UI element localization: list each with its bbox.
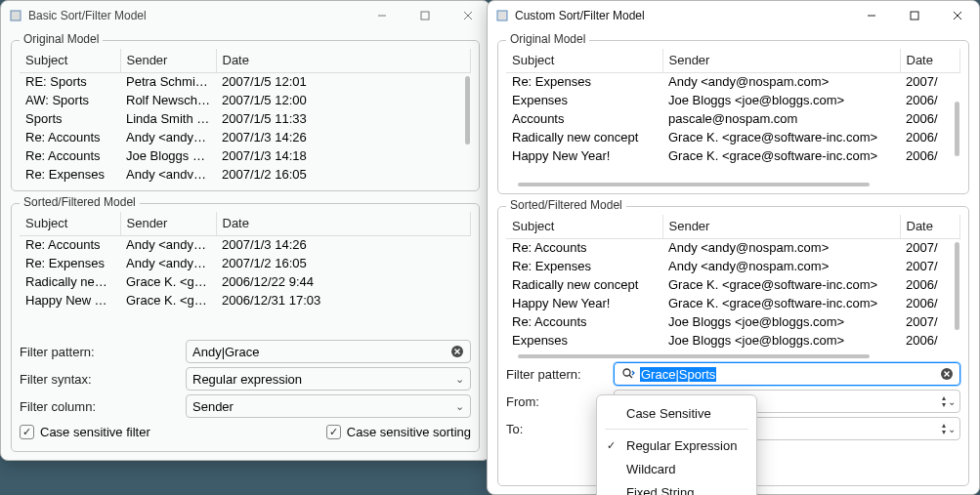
col-subject[interactable]: Subject [20,212,120,235]
sort-asc-icon: ⌃ [778,215,785,219]
filter-pattern-input[interactable]: Andy|Grace [186,340,471,363]
col-sender[interactable]: Sender [662,49,900,72]
table-row[interactable]: Re: AccountsJoe Bloggs <j…2007/1/3 14:18 [20,146,471,165]
app-icon [495,9,509,22]
svg-rect-10 [911,12,918,20]
col-date[interactable]: Date [900,215,960,238]
menu-item-fixed-string[interactable]: Fixed String [597,480,756,495]
original-table[interactable]: Subject Sender Date RE: SportsPetra Schm… [20,49,471,184]
table-row[interactable]: Re: ExpensesAndy <andy@nospam.com>2007/ [506,72,960,91]
table-row[interactable]: Radically new conceptGrace K. <grace@sof… [506,275,960,294]
menu-separator [605,429,748,430]
col-date[interactable]: Date [216,49,471,72]
filter-pattern-input[interactable]: Grace|Sports [614,362,960,386]
chevron-down-icon: ⌄ [455,400,464,413]
close-button[interactable] [447,1,490,30]
table-row[interactable]: SportsLinda Smith <l…2007/1/5 11:33 [20,109,471,128]
group-title: Sorted/Filtered Model [506,198,626,212]
checkbox-checked-icon: ✓ [20,425,34,439]
col-sender[interactable]: Sender [120,49,216,72]
vertical-scrollbar[interactable] [953,74,960,186]
table-row[interactable]: RE: SportsPetra Schmidt…2007/1/5 12:01 [20,72,471,91]
table-row[interactable]: Radically new conceptGrace K. <grace@sof… [506,128,960,146]
menu-item-wildcard[interactable]: Wildcard [597,457,756,480]
filter-column-label: Filter column: [20,399,186,414]
col-subject[interactable]: Subject [20,49,120,72]
window-title: Custom Sort/Filter Model [515,9,645,22]
maximize-button[interactable] [893,1,936,30]
col-subject[interactable]: Subject [506,215,662,238]
svg-rect-2 [421,12,429,20]
table-row[interactable]: Re: AccountsAndy <andy@…2007/1/3 14:26 [20,128,471,146]
table-row[interactable]: Re: ExpensesAndy <andv@…2007/1/2 16:05 [20,165,471,184]
chevron-down-icon: ⌄ [455,373,464,386]
group-title: Original Model [20,32,103,46]
group-title: Sorted/Filtered Model [20,195,140,209]
close-button[interactable] [936,1,979,30]
window-title: Basic Sort/Filter Model [28,9,147,22]
checkbox-checked-icon: ✓ [326,425,341,439]
filter-pattern-label: Filter pattern: [20,345,186,359]
group-title: Original Model [506,32,589,46]
calendar-dropdown-icon[interactable]: ⌄ [948,424,956,434]
filter-options-menu[interactable]: Case Sensitive ✓ Regular Expression Wild… [596,394,757,495]
filter-syntax-combo[interactable]: Regular expression ⌄ [186,367,471,391]
table-row[interactable]: AW: SportsRolf Newschw…2007/1/5 12:00 [20,91,471,109]
col-date[interactable]: Date [216,212,471,235]
menu-item-case-sensitive[interactable]: Case Sensitive [597,401,756,425]
sorted-model-group: Sorted/Filtered Model Subject Sender⌃ Da… [11,203,480,452]
spin-buttons-icon[interactable]: ▴▾ [942,422,946,435]
horizontal-scrollbar[interactable] [508,182,951,187]
svg-rect-8 [497,11,507,21]
sorted-table[interactable]: Subject Sender⌃ Date Re: AccountsAndy <a… [20,212,471,309]
basic-window: Basic Sort/Filter Model Original Model S… [0,0,490,461]
titlebar[interactable]: Custom Sort/Filter Model [488,1,979,30]
table-row[interactable]: Re: AccountsJoe Bloggs <joe@bloggs.com>2… [506,312,960,331]
minimize-button[interactable] [850,1,893,30]
calendar-dropdown-icon[interactable]: ⌄ [948,396,956,407]
case-sensitive-filter-checkbox[interactable]: ✓ Case sensitive filter [20,425,150,439]
svg-point-13 [623,369,630,376]
table-row[interactable]: Re: AccountsAndy <andy@…2007/1/3 14:26 [20,235,471,254]
vertical-scrollbar[interactable] [463,74,471,184]
table-row[interactable]: Re: ExpensesAndy <andy@nospam.com>2007/ [506,257,960,275]
clear-icon[interactable] [448,343,466,360]
col-subject[interactable]: Subject [506,49,662,72]
table-row[interactable]: ExpensesJoe Bloggs <joe@bloggs.com>2006/ [506,91,960,109]
sorted-table[interactable]: Subject Sender⌃ Date Re: AccountsAndy <a… [506,215,960,350]
filter-syntax-label: Filter syntax: [20,372,186,387]
original-table[interactable]: Subject Sender Date Re: ExpensesAndy <an… [506,49,960,165]
svg-rect-0 [11,11,21,21]
clear-icon[interactable] [938,365,956,383]
case-sensitive-sorting-checkbox[interactable]: ✓ Case sensitive sorting [326,425,471,439]
table-row[interactable]: Happy New Year!Grace K. <grace@software-… [506,146,960,165]
minimize-button[interactable] [361,1,404,30]
titlebar[interactable]: Basic Sort/Filter Model [1,1,490,30]
col-sender[interactable]: Sender⌃ [662,215,900,238]
filter-pattern-label: Filter pattern: [506,367,614,382]
maximize-button[interactable] [404,1,447,30]
table-row[interactable]: ExpensesJoe Bloggs <joe@bloggs.com>2006/ [506,331,960,350]
original-model-group: Original Model Subject Sender Date RE: S… [11,40,480,191]
search-options-icon[interactable] [620,366,636,382]
table-row[interactable]: Radically new …Grace K. <gra…2006/12/22 … [20,272,471,291]
table-row[interactable]: Re: AccountsAndy <andy@nospam.com>2007/ [506,238,960,257]
table-row[interactable]: Happy New Y…Grace K. <gra…2006/12/31 17:… [20,291,471,309]
filter-column-combo[interactable]: Sender ⌄ [186,394,471,418]
sort-asc-icon: ⌃ [165,212,172,216]
table-row[interactable]: Accountspascale@nospam.com2006/ [506,109,960,128]
menu-item-regex[interactable]: ✓ Regular Expression [597,433,756,457]
app-icon [9,9,22,22]
spin-buttons-icon[interactable]: ▴▾ [942,394,946,408]
vertical-scrollbar[interactable] [953,240,960,357]
horizontal-scrollbar[interactable] [508,353,951,359]
table-row[interactable]: Re: ExpensesAndy <andy@…2007/1/2 16:05 [20,254,471,272]
col-date[interactable]: Date [900,49,960,72]
svg-line-14 [629,375,632,378]
original-model-group: Original Model Subject Sender Date Re: E… [497,40,969,194]
table-row[interactable]: Happy New Year!Grace K. <grace@software-… [506,294,960,312]
checkmark-icon: ✓ [607,439,616,452]
col-sender[interactable]: Sender⌃ [120,212,216,235]
